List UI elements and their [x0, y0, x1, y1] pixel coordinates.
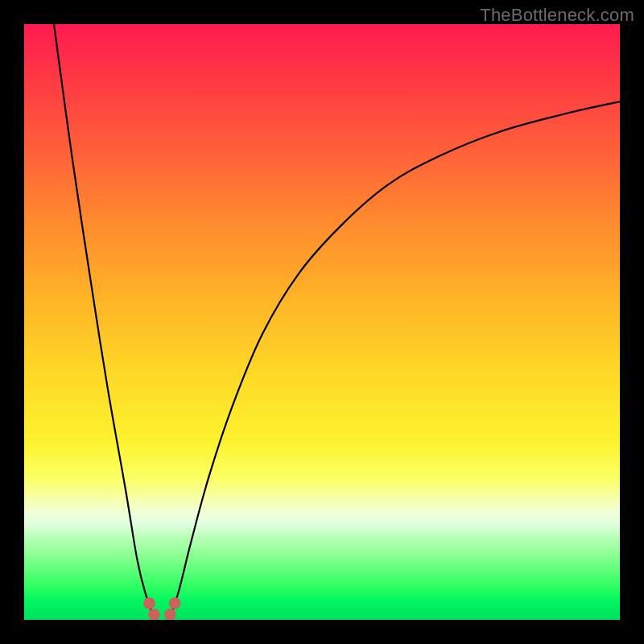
chart-frame: TheBottleneck.com: [0, 0, 644, 644]
marker-group: [143, 597, 181, 620]
curve-right-branch: [170, 101, 620, 617]
curve-marker: [164, 609, 176, 620]
curve-marker: [148, 609, 160, 620]
watermark-text: TheBottleneck.com: [480, 5, 634, 26]
curve-marker: [143, 597, 155, 609]
bottleneck-curve: [24, 24, 620, 620]
plot-area: [24, 24, 620, 620]
curve-left-branch: [54, 24, 154, 617]
curve-marker: [169, 597, 181, 609]
